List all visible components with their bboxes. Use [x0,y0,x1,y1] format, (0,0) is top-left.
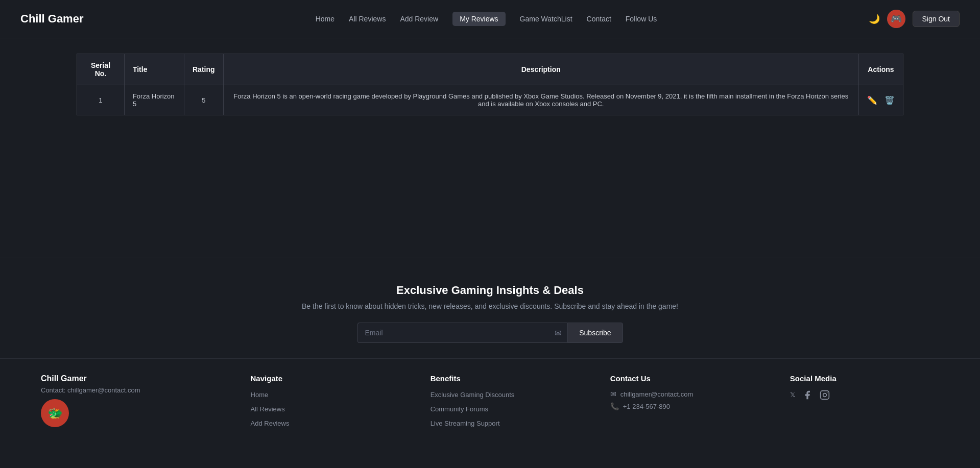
footer-email: chillgamer@contact.com [620,390,694,398]
footer-nav-all-reviews[interactable]: All Reviews [251,404,400,415]
footer: Chill Gamer Contact: chillgamer@contact.… [0,358,980,442]
subscribe-button[interactable]: Subscribe [567,323,623,343]
main-content: Serial No. Title Rating Description Acti… [0,38,980,258]
footer-phone-row: 📞 +1 234-567-890 [610,402,759,410]
newsletter-heading: Exclusive Gaming Insights & Deals [10,284,970,297]
twitter-icon[interactable]: 𝕏 [790,390,795,404]
newsletter-subtext: Be the first to know about hidden tricks… [10,302,970,310]
nav-watchlist[interactable]: Game WatchList [520,15,572,23]
footer-contact-text: Contact: chillgamer@contact.com [41,386,220,394]
nav-my-reviews[interactable]: My Reviews [452,12,505,26]
nav-right: 🌙 🎮 Sign Out [869,10,960,28]
action-icons: ✏️ 🗑️ [867,95,895,105]
footer-mascot: 🐲 [41,399,69,427]
nav-follow-us[interactable]: Follow Us [626,15,657,23]
navbar: Chill Gamer Home All Reviews Add Review … [0,0,980,38]
col-actions: Actions [858,54,903,85]
footer-benefit-forums[interactable]: Community Forums [431,404,580,415]
footer-phone: +1 234-567-890 [623,403,670,410]
col-title: Title [124,54,184,85]
col-rating: Rating [184,54,224,85]
mail-icon: ✉ [610,390,616,398]
email-input-wrapper: ✉ [357,323,568,343]
reviews-table: Serial No. Title Rating Description Acti… [77,54,903,115]
email-input[interactable] [357,323,568,343]
footer-social-col: Social Media 𝕏 [790,374,939,432]
footer-contact-heading: Contact Us [610,374,759,383]
email-form: ✉ Subscribe [357,323,623,343]
brand-logo: Chill Gamer [20,12,83,26]
footer-navigate-heading: Navigate [251,374,400,383]
nav-contact[interactable]: Contact [587,15,611,23]
footer-navigate-col: Navigate Home All Reviews Add Reviews [251,374,400,432]
footer-benefits-col: Benefits Exclusive Gaming Discounts Comm… [431,374,580,432]
footer-brand-col: Chill Gamer Contact: chillgamer@contact.… [41,374,220,432]
table-header-row: Serial No. Title Rating Description Acti… [77,54,903,85]
footer-nav-add-reviews[interactable]: Add Reviews [251,418,400,429]
cell-actions: ✏️ 🗑️ [858,85,903,115]
nav-links: Home All Reviews Add Review My Reviews G… [104,12,868,26]
facebook-icon[interactable] [802,390,812,404]
avatar[interactable]: 🎮 [887,10,905,28]
svg-rect-4 [821,391,829,400]
footer-benefit-discounts[interactable]: Exclusive Gaming Discounts [431,390,580,401]
col-description: Description [223,54,858,85]
instagram-icon[interactable] [820,390,830,404]
footer-email-row: ✉ chillgamer@contact.com [610,390,759,398]
cell-serial: 1 [77,85,125,115]
envelope-icon: ✉ [555,328,561,338]
signout-button[interactable]: Sign Out [913,11,960,27]
cell-rating: 5 [184,85,224,115]
svg-text:🐲: 🐲 [47,406,63,421]
nav-all-reviews[interactable]: All Reviews [349,15,386,23]
nav-add-review[interactable]: Add Review [400,15,438,23]
cell-description: Forza Horizon 5 is an open-world racing … [223,85,858,115]
footer-benefits-heading: Benefits [431,374,580,383]
newsletter-section: Exclusive Gaming Insights & Deals Be the… [0,258,980,358]
theme-toggle-icon[interactable]: 🌙 [869,13,880,24]
footer-social-heading: Social Media [790,374,939,383]
delete-icon[interactable]: 🗑️ [885,95,895,105]
cell-title: Forza Horizon 5 [124,85,184,115]
footer-contact-col: Contact Us ✉ chillgamer@contact.com 📞 +1… [610,374,759,432]
edit-icon[interactable]: ✏️ [867,95,877,105]
footer-nav-home[interactable]: Home [251,390,400,401]
table-row: 1 Forza Horizon 5 5 Forza Horizon 5 is a… [77,85,903,115]
social-icons: 𝕏 [790,390,939,407]
svg-text:🎮: 🎮 [891,13,902,24]
svg-point-5 [823,393,827,397]
footer-benefit-streaming[interactable]: Live Streaming Support [431,418,580,429]
footer-brand-name: Chill Gamer [41,374,220,383]
svg-point-6 [827,392,828,393]
nav-home[interactable]: Home [316,15,334,23]
col-serial: Serial No. [77,54,125,85]
phone-icon: 📞 [610,402,619,410]
